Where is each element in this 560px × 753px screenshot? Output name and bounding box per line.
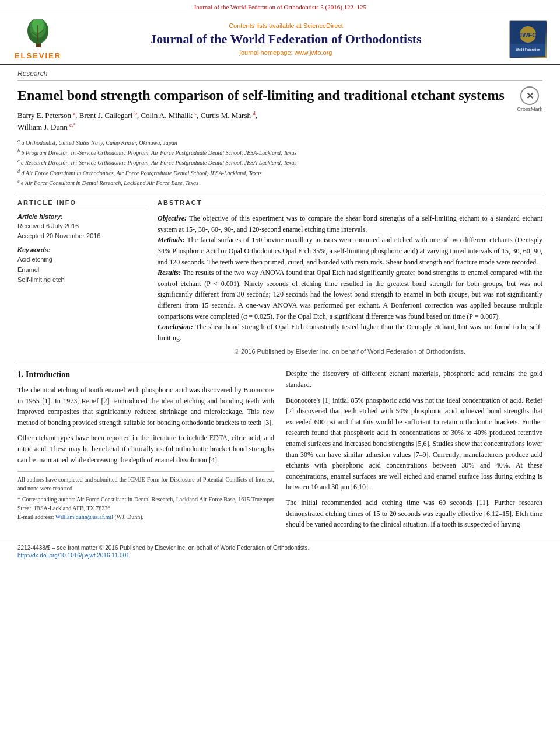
elsevier-tree-icon [18,18,58,50]
research-label: Research [18,65,542,81]
article-info-column: ARTICLE INFO Article history: Received 6… [18,199,146,355]
abstract-column: ABSTRACT Objective: The objective of thi… [158,199,542,355]
footnotes: All authors have completed and submitted… [18,471,274,521]
history-label: Article history: [18,213,146,220]
keywords-block: Keywords: Acid etching Enamel Self-limit… [18,246,146,285]
keywords-label: Keywords: [18,246,146,253]
bottom-bar: 2212-4438/$ – see front matter © 2016 Pu… [0,541,560,562]
main-body: 1. Introduction The chemical etching of … [18,361,542,534]
article-info-abstract: ARTICLE INFO Article history: Received 6… [18,193,542,361]
journal-homepage: journal homepage: www.jwfo.org [76,49,496,56]
article-title: Enamel bond strength comparison of self-… [18,81,542,107]
journal-header-center: Contents lists available at ScienceDirec… [70,18,502,60]
copyright-line: © 2016 Published by Elsevier Inc. on beh… [158,348,542,355]
homepage-url[interactable]: www.jwfo.org [295,49,332,56]
methods-text: The facial surfaces of 150 bovine maxill… [158,236,542,266]
sciencedirect-link[interactable]: Contents lists available at ScienceDirec… [76,22,496,29]
results-text: The results of the two-way ANOVA found t… [158,269,542,320]
results-label: Results: [158,269,181,277]
sciencedirect-label: ScienceDirect [303,22,343,29]
homepage-label: journal homepage: [240,49,295,56]
crossmark-icon: ✕ [520,86,539,105]
right-para-2: Buonocore's [1] initial 85% phosphoric a… [286,395,542,493]
contents-label: Contents lists available at [229,22,303,29]
abstract-heading: ABSTRACT [158,199,542,208]
body-columns: 1. Introduction The chemical etching of … [18,368,542,534]
conflict-note: All authors have completed and submitted… [18,475,274,493]
journal-citation-text: Journal of the World Federation of Ortho… [194,4,366,11]
article-info-heading: ARTICLE INFO [18,199,146,208]
methods-label: Methods: [158,236,185,244]
history-block: Article history: Received 6 July 2016 Ac… [18,213,146,240]
accepted-date: Accepted 20 November 2016 [18,231,146,241]
content-area: Research ✕ CrossMark Enamel bond strengt… [0,65,560,535]
body-left-col: 1. Introduction The chemical etching of … [18,368,274,534]
email-note: E-mail address: William.dunn@us.af.mil (… [18,513,274,521]
received-date: Received 6 July 2016 [18,221,146,231]
right-para-3: The initial recommended acid etching tim… [286,497,542,530]
svg-text:JWFO: JWFO [519,32,537,39]
journal-title: Journal of the World Federation of Ortho… [76,32,496,47]
crossmark[interactable]: ✕ CrossMark [517,86,542,112]
journal-header: ELSEVIER Contents lists available at Sci… [0,13,560,65]
intro-para-1: The chemical etching of tooth enamel wit… [18,385,274,428]
elsevier-name-label: ELSEVIER [15,51,61,60]
journal-citation-bar: Journal of the World Federation of Ortho… [0,0,560,13]
authors-line: Barry E. Peterson a, Brent J. Callegari … [18,107,542,134]
right-para-1: Despite the discovery of different etcha… [286,368,542,390]
conclusion-text: The shear bond strength of Opal Etch con… [158,323,542,342]
abstract-text: Objective: The objective of this experim… [158,213,542,343]
objective-label: Objective: [158,214,187,222]
jwfo-logo-container: JWFO World Federation [508,18,548,60]
issn-line: 2212-4438/$ – see front matter © 2016 Pu… [18,545,542,551]
page: Journal of the World Federation of Ortho… [0,0,560,753]
corresponding-note: * Corresponding author: Air Force Consul… [18,495,274,513]
keyword-1: Acid etching [18,255,146,265]
body-right-col: Despite the discovery of different etcha… [286,368,542,534]
keyword-2: Enamel [18,265,146,276]
objective-text: The objective of this experiment was to … [158,214,542,233]
introduction-title: 1. Introduction [18,368,274,381]
doi-line[interactable]: http://dx.doi.org/10.1016/j.ejwf.2016.11… [18,552,542,559]
svg-text:World Federation: World Federation [516,48,540,51]
title-area: ✕ CrossMark Enamel bond strength compari… [18,81,542,107]
conclusion-label: Conclusion: [158,323,193,331]
affiliations: a a Orthodontist, United States Navy, Ca… [18,134,542,194]
jwfo-logo-box: JWFO World Federation [509,20,547,58]
intro-para-2: Other etchant types have been reported i… [18,433,274,465]
elsevier-logo: ELSEVIER [12,18,64,60]
keyword-3: Self-limiting etch [18,275,146,285]
crossmark-label: CrossMark [517,106,542,112]
